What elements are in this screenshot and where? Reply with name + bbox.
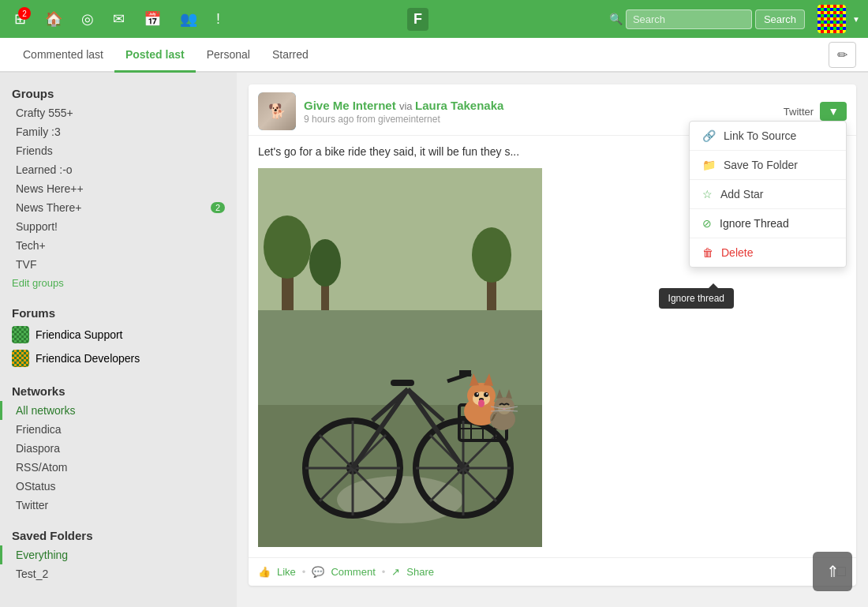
edit-groups-link[interactable]: Edit groups — [0, 274, 237, 292]
sidebar: Groups Crafty 555+ Family :3 Friends Lea… — [0, 73, 237, 607]
sidebar-item-news-here[interactable]: News Here++ — [0, 179, 237, 198]
dropdown-item-link-to-source[interactable]: 🔗 Link To Source — [690, 122, 846, 151]
main-layout: Groups Crafty 555+ Family :3 Friends Lea… — [0, 73, 868, 607]
sidebar-item-all-networks[interactable]: All networks — [0, 401, 237, 420]
tabs-bar: Commented last Posted last Personal Star… — [0, 38, 868, 73]
mail-icon[interactable]: ✉ — [107, 6, 131, 32]
groups-title: Groups — [0, 81, 237, 103]
friendica-developers-icon — [12, 350, 29, 367]
flipboard-icon[interactable]: F — [407, 8, 428, 31]
post-timestamp: 9 hours ago from givemeinternet — [304, 114, 503, 125]
svg-point-60 — [309, 239, 341, 287]
svg-point-58 — [472, 227, 511, 283]
compose-button[interactable]: ✏ — [829, 42, 856, 68]
search-area: 🔍 Search — [609, 9, 805, 29]
sidebar-item-twitter[interactable]: Twitter — [0, 496, 237, 515]
avatar-dropdown-icon[interactable]: ▼ — [852, 15, 860, 24]
svg-point-42 — [478, 399, 485, 407]
svg-point-38 — [484, 392, 488, 397]
sidebar-item-friends[interactable]: Friends — [0, 141, 237, 160]
main-content: 🐕 Give Me Internet via Laura Takenaka 9 … — [237, 73, 868, 607]
svg-point-56 — [264, 215, 311, 279]
dropdown-button[interactable]: ▼ — [820, 102, 847, 121]
group-icon[interactable]: 👥 — [174, 6, 204, 32]
comment-icon: 💬 — [312, 566, 324, 578]
forum-item-friendica-developers[interactable]: Friendica Developers — [0, 347, 237, 370]
dropdown-item-save-to-folder[interactable]: 📁 Save To Folder — [690, 151, 846, 180]
search-input[interactable] — [626, 9, 752, 29]
networks-section: Networks All networks Friendica Diaspora… — [0, 378, 237, 515]
sidebar-item-tvf[interactable]: TVF — [0, 255, 237, 274]
like-button[interactable]: Like — [277, 566, 296, 578]
svg-rect-24 — [391, 380, 414, 386]
sidebar-item-tech[interactable]: Tech+ — [0, 236, 237, 255]
link-icon: 🔗 — [702, 129, 716, 142]
dropdown-menu: 🔗 Link To Source 📁 Save To Folder ☆ Add … — [689, 121, 847, 268]
sidebar-item-learned[interactable]: Learned :-o — [0, 160, 237, 179]
tab-commented-last[interactable]: Commented last — [12, 39, 114, 73]
dropdown-item-ignore-thread[interactable]: ⊘ Ignore Thread — [690, 209, 846, 238]
top-navigation: ⊞ 2 🏠 ◎ ✉ 📅 👥 ! F 🔍 Search ▼ — [0, 0, 868, 38]
networks-title: Networks — [0, 378, 237, 401]
target-icon[interactable]: ◎ — [75, 6, 100, 32]
trash-icon: 🗑 — [702, 246, 713, 259]
post-author[interactable]: Give Me Internet — [304, 99, 396, 112]
svg-point-39 — [477, 393, 478, 395]
search-button[interactable]: Search — [755, 9, 805, 29]
grid-icon[interactable]: ⊞ 2 — [8, 6, 32, 32]
ignore-icon: ⊘ — [702, 217, 712, 230]
sidebar-item-friendica[interactable]: Friendica — [0, 420, 237, 439]
news-there-badge: 2 — [211, 202, 225, 213]
post-footer: 👍 Like • 💬 Comment • ↗ Share ☐ — [249, 557, 856, 586]
search-icon: 🔍 — [609, 13, 623, 25]
sidebar-item-ostatus[interactable]: OStatus — [0, 477, 237, 496]
notification-badge: 2 — [18, 7, 31, 20]
post-title: Give Me Internet via Laura Takenaka — [304, 99, 503, 112]
post-card: 🐕 Give Me Internet via Laura Takenaka 9 … — [249, 84, 856, 586]
groups-section: Groups Crafty 555+ Family :3 Friends Lea… — [0, 81, 237, 292]
star-icon: ☆ — [702, 188, 713, 200]
svg-point-37 — [474, 392, 479, 397]
post-avatar: 🐕 — [258, 92, 296, 130]
sidebar-item-everything[interactable]: Everything — [0, 545, 237, 564]
post-image — [258, 168, 542, 547]
dropdown-item-delete[interactable]: 🗑 Delete — [690, 238, 846, 267]
scroll-top-button[interactable]: ⇑ — [813, 552, 852, 591]
calendar-icon[interactable]: 📅 — [137, 6, 167, 32]
post-header-left: 🐕 Give Me Internet via Laura Takenaka 9 … — [258, 92, 503, 130]
sidebar-item-rss-atom[interactable]: RSS/Atom — [0, 458, 237, 477]
sidebar-item-crafty[interactable]: Crafty 555+ — [0, 103, 237, 122]
post-poster[interactable]: Laura Takenaka — [415, 99, 503, 112]
friendica-support-icon — [12, 326, 29, 343]
network-label: Twitter — [784, 106, 814, 118]
comment-button[interactable]: Comment — [331, 566, 375, 578]
saved-folders-section: Saved Folders Everything Test_2 — [0, 523, 237, 583]
avatar[interactable] — [817, 5, 846, 33]
forum-item-friendica-support[interactable]: Friendica Support — [0, 323, 237, 347]
sidebar-item-diaspora[interactable]: Diaspora — [0, 439, 237, 458]
folder-icon: 📁 — [702, 159, 716, 171]
forums-title: Forums — [0, 300, 237, 323]
like-icon: 👍 — [258, 566, 271, 578]
tab-posted-last[interactable]: Posted last — [114, 39, 196, 73]
saved-folders-title: Saved Folders — [0, 523, 237, 545]
home-icon[interactable]: 🏠 — [39, 6, 69, 32]
alert-icon[interactable]: ! — [210, 6, 226, 32]
share-icon: ↗ — [391, 566, 400, 578]
sidebar-item-family[interactable]: Family :3 — [0, 122, 237, 141]
svg-point-40 — [486, 393, 488, 395]
forums-section: Forums Friendica Support Friendica Devel… — [0, 300, 237, 370]
share-button[interactable]: Share — [406, 566, 434, 578]
post-meta: Give Me Internet via Laura Takenaka 9 ho… — [304, 99, 503, 125]
post-via: via — [399, 100, 415, 112]
dropdown-item-add-star[interactable]: ☆ Add Star — [690, 180, 846, 209]
sidebar-item-support[interactable]: Support! — [0, 217, 237, 236]
post-header-right: Twitter ▼ — [784, 102, 847, 121]
sidebar-item-news-there[interactable]: News There+ 2 — [0, 198, 237, 217]
tab-personal[interactable]: Personal — [196, 39, 261, 73]
ignore-thread-tooltip: Ignore thread — [659, 288, 734, 309]
sidebar-item-test2[interactable]: Test_2 — [0, 564, 237, 583]
tab-starred[interactable]: Starred — [261, 39, 320, 73]
